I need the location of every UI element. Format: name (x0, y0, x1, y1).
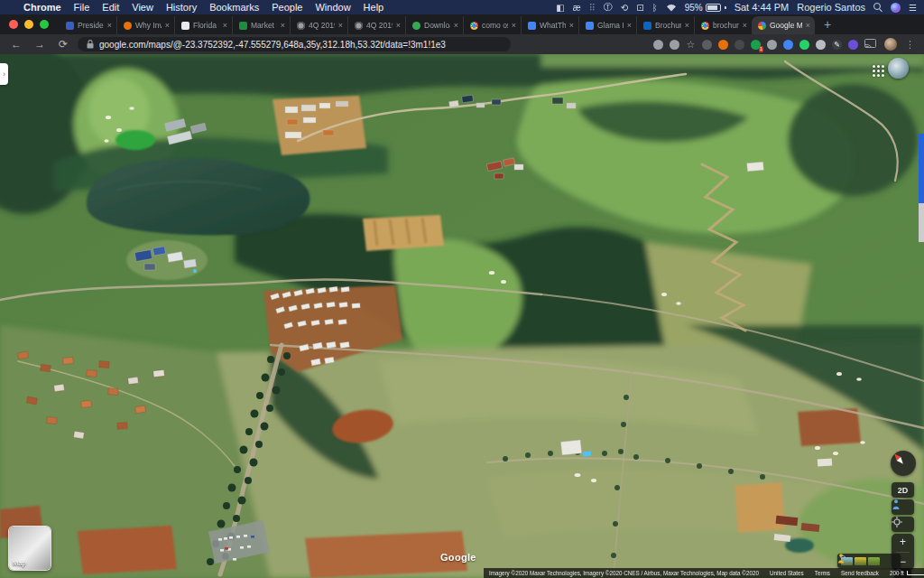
terrain-layer-thumb[interactable] (868, 557, 880, 565)
display-icon[interactable]: ⊡ (636, 1, 643, 14)
doc-favicon (181, 22, 189, 30)
grid-dim-icon[interactable]: ⠿ (589, 1, 596, 14)
new-tab-button[interactable]: + (824, 17, 831, 32)
install-app-icon[interactable]: ⊕ (653, 40, 663, 50)
tab-whatthe-8[interactable]: WhatThe× (521, 16, 578, 34)
fullscreen-window-button[interactable] (40, 20, 49, 29)
tab-glama-fo-9[interactable]: Glama Fo× (578, 16, 636, 34)
battery-indicator[interactable]: 95% (685, 3, 726, 13)
tab-close-icon[interactable]: × (743, 21, 747, 30)
extension-dim-icon[interactable] (702, 40, 712, 50)
feedback-link[interactable]: Send feedback (841, 570, 879, 576)
expand-imagery-icon[interactable] (839, 554, 846, 560)
password-manager-icon[interactable] (848, 40, 858, 50)
whatsapp-icon[interactable] (799, 40, 809, 50)
tab-presiden-0[interactable]: Presiden× (60, 16, 116, 34)
address-bar[interactable]: google.com/maps/@-23.3752392,-47.555279,… (78, 37, 511, 51)
adblock-icon[interactable] (718, 40, 728, 50)
my-location-button[interactable] (892, 517, 914, 532)
pegman-button[interactable] (892, 499, 914, 515)
bluetooth-icon[interactable]: ᛒ (652, 1, 658, 14)
tab-close-icon[interactable]: × (281, 21, 285, 30)
zoom-out-icon[interactable]: ⌕ (670, 40, 679, 50)
tab-close-icon[interactable]: × (165, 21, 170, 30)
tab-brochure-10[interactable]: Brochure× (636, 16, 694, 34)
profile-avatar[interactable] (884, 38, 897, 51)
circled-t-icon[interactable]: Ⓣ (604, 1, 613, 14)
map-mode-toggle[interactable]: Map (9, 527, 51, 570)
zoom-in-button[interactable]: + (900, 536, 906, 548)
chat-bubble-icon[interactable] (767, 40, 777, 50)
lock-icon[interactable] (87, 36, 94, 52)
edge-scrollbar-blue[interactable] (919, 134, 924, 203)
tab-close-icon[interactable]: × (338, 21, 343, 30)
tab-florida-r-2[interactable]: Florida R× (174, 16, 232, 34)
tab-label: 4Q 2019 (309, 21, 335, 30)
tab-close-icon[interactable]: × (627, 21, 632, 30)
tab-close-icon[interactable]: × (512, 21, 516, 30)
drive-docs-icon[interactable] (783, 40, 793, 50)
siri-icon[interactable] (891, 3, 901, 13)
layer-thumbnails (841, 557, 880, 565)
imagery-layers-bar[interactable] (837, 554, 901, 568)
chrome-menu-button[interactable]: ⋮ (905, 39, 915, 51)
menubar-clock[interactable]: Sat 4:44 PM (735, 2, 790, 13)
tab-close-icon[interactable]: × (569, 21, 574, 30)
menu-item-history[interactable]: History (166, 2, 197, 13)
pen-extension-icon[interactable]: ✎ (832, 40, 842, 50)
menu-item-file[interactable]: File (74, 2, 90, 13)
zoom-out-button[interactable]: − (900, 555, 906, 568)
tab-close-icon[interactable]: × (454, 21, 458, 30)
cast-icon[interactable] (864, 39, 876, 50)
close-window-button[interactable] (9, 20, 18, 29)
camera-extension-icon[interactable] (816, 40, 826, 50)
tab-close-icon[interactable]: × (107, 21, 112, 30)
notification-center-icon[interactable]: ☰ (909, 3, 917, 13)
menu-item-people[interactable]: People (272, 2, 302, 13)
back-button[interactable]: ← (9, 38, 23, 51)
blue-favicon (66, 22, 74, 30)
screen-share-icon[interactable]: ◧ (556, 1, 564, 14)
tab-downloa-6[interactable]: Downloa× (405, 16, 463, 34)
tab-4q-2019-5[interactable]: 4Q 2019× (347, 16, 405, 34)
account-avatar[interactable] (888, 58, 909, 79)
reload-button[interactable]: ⟳ (56, 38, 70, 51)
tab-why-inve-1[interactable]: Why Inve× (116, 16, 174, 34)
menubar-user[interactable]: Rogerio Santos (797, 2, 865, 13)
tab-4q-2019-4[interactable]: 4Q 2019× (290, 16, 347, 34)
tab-close-icon[interactable]: × (685, 21, 689, 30)
time-machine-icon[interactable]: ⟲ (621, 1, 628, 14)
menu-item-window[interactable]: Window (315, 2, 350, 13)
menu-item-view[interactable]: View (132, 2, 153, 13)
toggle-2d-button[interactable]: 2D (892, 482, 914, 498)
map-canvas[interactable]: › 2D + − (0, 54, 924, 578)
tab-como-os-7[interactable]: como os× (463, 16, 521, 34)
field-layer-thumb[interactable] (855, 557, 866, 565)
grammarly-icon[interactable]: 1 (751, 40, 761, 50)
menu-item-edit[interactable]: Edit (102, 2, 119, 13)
forward-button[interactable]: → (32, 38, 47, 51)
word-favicon (528, 22, 536, 30)
tab-close-icon[interactable]: × (223, 21, 227, 30)
dark-sphere-icon[interactable] (735, 40, 744, 50)
tab-brochur-11[interactable]: brochur× (694, 16, 752, 34)
minimize-window-button[interactable] (24, 20, 33, 29)
terms-link[interactable]: Terms (815, 570, 830, 576)
tab-close-icon[interactable]: × (806, 21, 810, 30)
extension-icons: ⊕⌕☆1✎ (653, 40, 858, 50)
wifi-icon[interactable] (666, 4, 677, 12)
menu-item-help[interactable]: Help (364, 2, 384, 13)
tab-google-m-12[interactable]: Google M× (752, 16, 815, 34)
menu-item-bookmarks[interactable]: Bookmarks (209, 2, 259, 13)
my-location-icon (892, 517, 902, 527)
tab-close-icon[interactable]: × (396, 21, 401, 30)
side-panel-expand-button[interactable]: › (0, 63, 8, 85)
tab-market-d-3[interactable]: Market D× (232, 16, 290, 34)
edge-scrollbar-gray[interactable] (919, 203, 924, 242)
bookmark-star-icon[interactable]: ☆ (686, 40, 696, 50)
spotlight-search-icon[interactable] (873, 3, 882, 12)
ae-app-icon[interactable]: æ (573, 1, 581, 14)
compass-control[interactable] (891, 451, 916, 476)
app-menu-chrome[interactable]: Chrome (23, 2, 61, 13)
google-apps-grid-icon[interactable] (873, 65, 885, 78)
